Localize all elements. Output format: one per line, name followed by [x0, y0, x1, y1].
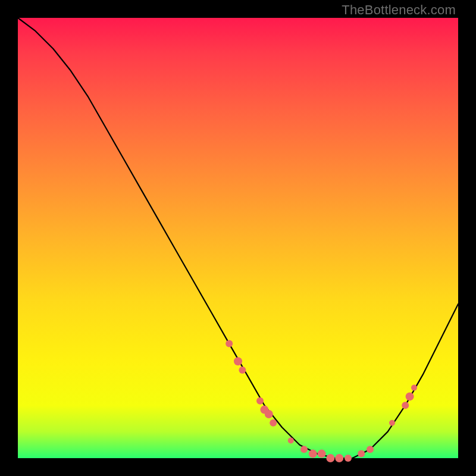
- marker-layer: [226, 340, 417, 462]
- data-point: [326, 454, 334, 462]
- data-point: [318, 450, 326, 458]
- data-point: [234, 357, 242, 365]
- watermark-text: TheBottleneck.com: [342, 2, 456, 18]
- data-point: [411, 385, 417, 391]
- data-point: [345, 455, 352, 462]
- data-point: [367, 446, 374, 453]
- bottleneck-curve: [18, 18, 458, 458]
- data-point: [406, 392, 414, 400]
- plot-area: [18, 18, 458, 458]
- data-point: [309, 450, 317, 458]
- chart-svg: [18, 18, 458, 458]
- data-point: [239, 367, 246, 374]
- data-point: [402, 402, 409, 409]
- data-point: [270, 419, 277, 427]
- data-point: [256, 397, 264, 405]
- data-point: [358, 450, 365, 458]
- data-point: [335, 454, 343, 462]
- data-point: [265, 410, 273, 418]
- data-point: [288, 437, 294, 443]
- data-point: [389, 420, 395, 426]
- data-point: [226, 340, 233, 347]
- data-point: [300, 446, 308, 453]
